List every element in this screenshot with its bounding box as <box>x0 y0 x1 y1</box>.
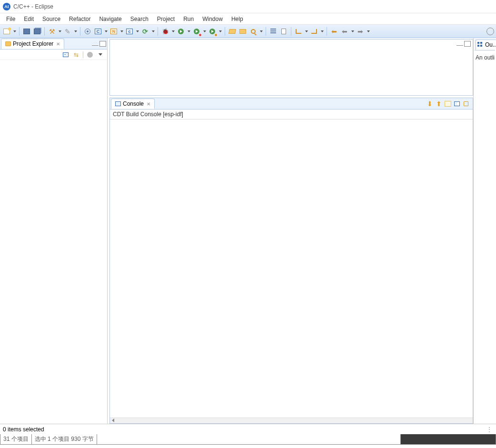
menu-refactor[interactable]: Refactor <box>65 14 95 24</box>
arrow-right-icon: ➡ <box>357 28 363 35</box>
toolbar-separator <box>19 27 20 36</box>
new-folder-button[interactable]: N <box>109 27 119 36</box>
status-menu-button[interactable]: ⋮ <box>486 426 493 433</box>
menu-source[interactable]: Source <box>38 14 65 24</box>
new-button[interactable] <box>2 27 11 36</box>
search-dropdown[interactable] <box>259 27 263 36</box>
maximize-view-button[interactable] <box>99 41 106 47</box>
titlebar: At C/C++ - Eclipse <box>0 0 496 13</box>
menu-project[interactable]: Project <box>153 14 179 24</box>
debug-dropdown[interactable] <box>171 27 175 36</box>
console-output[interactable] <box>110 119 473 418</box>
menu-navigate[interactable]: Navigate <box>95 14 126 24</box>
close-icon[interactable]: ✕ <box>147 101 150 107</box>
search-button[interactable] <box>248 27 258 36</box>
project-explorer-tab[interactable]: Project Explorer ✕ <box>1 39 64 49</box>
minimize-view-button[interactable] <box>92 45 99 46</box>
build-dropdown[interactable] <box>58 27 62 36</box>
minimize-editor-button[interactable] <box>456 45 463 46</box>
app-logo-icon: At <box>3 3 10 10</box>
back-history-button[interactable]: ⬅ <box>329 27 339 36</box>
link-editor-button[interactable]: ⇆ <box>72 51 80 59</box>
run-icon <box>178 29 184 34</box>
debug-button[interactable]: 🐞 <box>160 27 170 36</box>
badge-icon <box>198 33 202 37</box>
c-source-icon: c <box>126 29 133 34</box>
outline-toggle-button[interactable] <box>268 27 278 36</box>
run-button[interactable] <box>176 27 186 36</box>
menu-edit[interactable]: Edit <box>20 14 38 24</box>
target-button[interactable] <box>83 27 92 36</box>
menu-help[interactable]: Help <box>227 14 248 24</box>
console-panel: Console ✕ ⬇ ⬆ CDT Build Console [esp-idf… <box>109 98 473 424</box>
back-dropdown[interactable] <box>350 27 355 36</box>
run-dropdown[interactable] <box>187 27 191 36</box>
editor-area[interactable] <box>109 39 473 96</box>
toolbar-separator <box>158 27 158 36</box>
run-last-dropdown[interactable] <box>202 27 207 36</box>
refresh-button[interactable]: ⟳ <box>140 27 150 36</box>
os-status-item-count: 31 个项目 <box>0 434 32 444</box>
open-folder-icon <box>228 29 236 34</box>
menu-window[interactable]: Window <box>198 14 227 24</box>
open-task-button[interactable] <box>238 27 248 36</box>
menu-search[interactable]: Search <box>126 14 153 24</box>
new-dropdown[interactable] <box>12 27 17 36</box>
refresh-dropdown[interactable] <box>151 27 155 36</box>
new-source-button[interactable]: c <box>125 27 134 36</box>
search-icon <box>251 29 256 34</box>
new-c-class-dropdown[interactable] <box>104 27 108 36</box>
build-config-button[interactable]: ✎ <box>63 27 72 36</box>
forward-dropdown[interactable] <box>366 27 370 36</box>
open-type-button[interactable] <box>228 27 237 36</box>
statusbar: 0 items selected ⋮ <box>0 424 496 434</box>
outline-body: An outli <box>475 50 495 65</box>
view-menu-button[interactable] <box>97 51 104 59</box>
scroll-left-button[interactable] <box>110 418 116 423</box>
collapse-icon <box>63 52 69 57</box>
next-annotation-dropdown[interactable] <box>304 27 308 36</box>
back-button[interactable]: ⬅ <box>340 27 349 36</box>
menu-run[interactable]: Run <box>179 14 198 24</box>
window-title: C/C++ - Eclipse <box>13 3 53 10</box>
main-area: Console ✕ ⬇ ⬆ CDT Build Console [esp-idf… <box>108 38 473 424</box>
new-icon <box>3 29 10 34</box>
prev-error-button[interactable]: ⬆ <box>435 100 443 108</box>
forward-button[interactable]: ➡ <box>356 27 365 36</box>
next-annotation-button[interactable] <box>294 27 303 36</box>
new-source-dropdown[interactable] <box>135 27 139 36</box>
console-header: CDT Build Console [esp-idf] <box>110 110 473 119</box>
menu-file[interactable]: File <box>2 14 20 24</box>
console-tab[interactable]: Console ✕ <box>111 99 155 109</box>
external-tools-dropdown[interactable] <box>218 27 222 36</box>
scroll-lock-button[interactable] <box>462 100 470 108</box>
prev-annotation-button[interactable] <box>309 27 319 36</box>
next-error-button[interactable]: ⬇ <box>426 100 434 108</box>
toolbar-separator <box>266 27 266 36</box>
save-all-button[interactable] <box>32 27 42 36</box>
menubar: File Edit Source Refactor Navigate Searc… <box>0 13 496 25</box>
new-c-class-button[interactable]: C <box>93 27 103 36</box>
new-folder-dropdown[interactable] <box>119 27 124 36</box>
run-icon <box>209 29 215 34</box>
build-config-dropdown[interactable] <box>73 27 78 36</box>
project-explorer-tree[interactable] <box>0 60 107 424</box>
filters-button[interactable] <box>86 51 94 59</box>
save-button[interactable] <box>22 27 31 36</box>
build-button[interactable]: ⚒ <box>47 27 57 36</box>
console-toolbar: ⬇ ⬆ <box>426 100 472 108</box>
quick-access-search[interactable] <box>486 28 494 35</box>
collapse-all-button[interactable] <box>62 51 69 59</box>
run-last-button[interactable] <box>192 27 201 36</box>
os-status-selection: 选中 1 个项目 930 字节 <box>32 434 97 444</box>
outline-tab[interactable]: Ou... <box>476 40 496 50</box>
console-scrollbar[interactable] <box>110 418 473 423</box>
prev-annotation-dropdown[interactable] <box>320 27 324 36</box>
maximize-editor-button[interactable] <box>464 41 471 47</box>
external-tools-button[interactable] <box>208 27 217 36</box>
display-console-button[interactable] <box>453 100 461 108</box>
page-button[interactable] <box>279 27 288 36</box>
close-icon[interactable]: ✕ <box>56 41 60 47</box>
console-icon <box>115 101 121 106</box>
pin-console-button[interactable] <box>444 100 452 108</box>
